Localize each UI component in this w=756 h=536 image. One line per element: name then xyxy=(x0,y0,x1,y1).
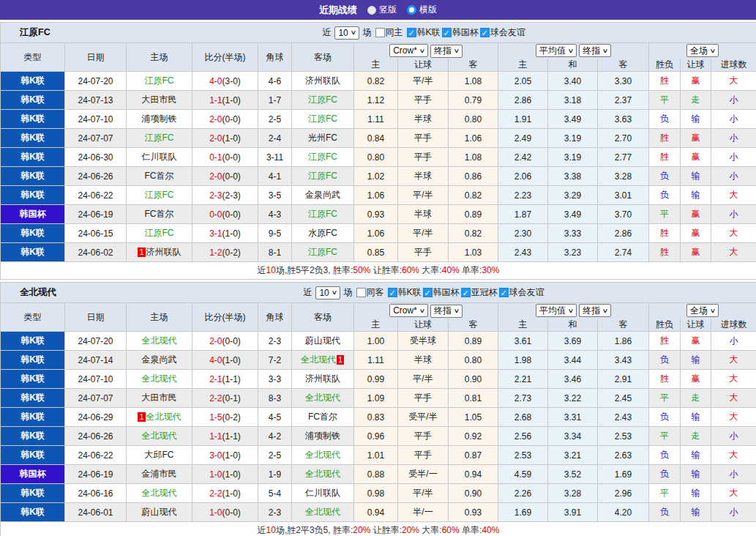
odds-source-select[interactable]: Crow*∨ xyxy=(389,304,428,317)
home-team-cell: 1济州联队 xyxy=(127,243,192,262)
away-team-cell: 光州FC xyxy=(292,129,354,148)
team-name-link[interactable]: 江原FC xyxy=(308,94,337,105)
filter-checkbox-league[interactable]: ✓韩国杯 xyxy=(423,286,460,299)
team-name-link[interactable]: 金浦市民 xyxy=(142,469,177,479)
goals-result-cell: 小 xyxy=(711,129,756,148)
team-name-link[interactable]: 全北现代 xyxy=(142,431,177,441)
euro-time-select[interactable]: 终指∨ xyxy=(579,44,611,57)
team-name-link[interactable]: 大邱FC xyxy=(145,450,174,460)
checkbox-checked-icon[interactable]: ✓ xyxy=(423,288,433,297)
team-history-table-jeonbuk: 全北现代 近 10∨ 场 同客 ✓韩K联✓韩国杯✓亚冠杯✓球会友谊 类型 xyxy=(0,282,756,536)
euro-time-select[interactable]: 终指∨ xyxy=(579,304,611,317)
home-team-cell: 全北现代 xyxy=(127,427,192,446)
euro-source-select[interactable]: 平均值∨ xyxy=(536,304,577,317)
team-name-link[interactable]: 江原FC xyxy=(308,209,337,219)
fulltime-score: 2-0 xyxy=(209,133,222,144)
filter-checkbox-league[interactable]: ✓亚冠杯 xyxy=(461,286,498,299)
asian-home-odds-cell: 0.88 xyxy=(354,465,398,484)
team-name-link[interactable]: 全北现代 xyxy=(142,373,177,384)
team-name-link[interactable]: 浦项制铁 xyxy=(305,431,340,441)
layout-radio-horizontal[interactable]: 横版 xyxy=(407,4,437,16)
team-name-link[interactable]: 济州联队 xyxy=(146,247,181,257)
match-row: 韩国杯24-06-19金浦市民1-0(1-0)1-9全北现代0.88受半/一0.… xyxy=(1,465,756,484)
checkbox-checked-icon[interactable]: ✓ xyxy=(461,288,471,297)
team-name-link[interactable]: 江原FC xyxy=(145,75,174,86)
league-checkbox-group: ✓韩K联✓韩国杯✓球会友谊 xyxy=(407,26,525,39)
checkbox-same-venue[interactable]: 同客 xyxy=(356,286,384,299)
team-name-link[interactable]: 光州FC xyxy=(308,133,337,143)
team-name-link[interactable]: 浦项制铁 xyxy=(142,113,177,124)
euro-draw-odds-cell: 3.34 xyxy=(548,427,598,446)
team-name-link[interactable]: 江原FC xyxy=(145,228,174,238)
radio-icon[interactable] xyxy=(367,6,376,15)
team-name-link[interactable]: 蔚山现代 xyxy=(142,507,177,517)
team-name-link[interactable]: 全北现代 xyxy=(305,392,340,403)
team-name-link[interactable]: 仁川联队 xyxy=(305,488,340,498)
team-name-link[interactable]: 江原FC xyxy=(145,133,174,143)
filter-checkbox-league[interactable]: ✓球会友谊 xyxy=(499,286,544,299)
odds-time-select[interactable]: 终指∨ xyxy=(430,305,463,318)
layout-radio-vertical[interactable]: 竖版 xyxy=(367,4,397,16)
filter-checkbox-league[interactable]: ✓韩K联 xyxy=(388,286,422,299)
checkbox-checked-icon[interactable]: ✓ xyxy=(388,288,397,297)
team-name-link[interactable]: 江原FC xyxy=(308,247,337,257)
date-cell: 24-06-29 xyxy=(65,408,127,427)
match-count-select[interactable]: 10∨ xyxy=(334,26,359,40)
team-name-link[interactable]: 全北现代 xyxy=(301,354,336,365)
subheader-euro-home: 主 xyxy=(498,319,548,332)
euro-draw-odds-cell: 3.29 xyxy=(548,186,598,205)
team-name-link[interactable]: 金泉尚武 xyxy=(142,354,177,365)
match-count-select[interactable]: 10∨ xyxy=(315,286,340,299)
home-team-cell: 大田市民 xyxy=(127,91,192,110)
scope-select[interactable]: 全场∨ xyxy=(686,304,719,317)
halftime-score: (0-0) xyxy=(222,507,241,518)
team-name-link[interactable]: 全北现代 xyxy=(142,488,177,498)
euro-home-odds-cell: 2.73 xyxy=(498,389,548,408)
asian-home-odds-cell: 0.84 xyxy=(354,129,398,148)
team-name-link[interactable]: 江原FC xyxy=(308,152,337,162)
checkbox-checked-icon[interactable]: ✓ xyxy=(407,28,416,37)
summary-stat-value: 60% xyxy=(402,265,419,275)
team-name-link[interactable]: 济州联队 xyxy=(305,75,340,86)
match-result-cell: 负 xyxy=(649,408,681,427)
team-name-link[interactable]: 江原FC xyxy=(308,113,337,124)
team-name-link[interactable]: 江原FC xyxy=(145,190,174,200)
team-name-link[interactable]: 江原FC xyxy=(308,171,337,181)
team-name-link[interactable]: 济州联队 xyxy=(305,373,340,384)
team-name-link[interactable]: 水原FC xyxy=(308,228,337,238)
team-name-link[interactable]: 全北现代 xyxy=(305,450,340,460)
corner-cell: 9-5 xyxy=(258,224,292,243)
team-name-link[interactable]: 大田市民 xyxy=(142,94,177,105)
checkbox-checked-icon[interactable]: ✓ xyxy=(480,28,490,37)
handicap-result-cell: 走 xyxy=(681,389,711,408)
team-name-link[interactable]: 蔚山现代 xyxy=(305,335,340,346)
filter-checkbox-league[interactable]: ✓球会友谊 xyxy=(480,26,525,39)
radio-checked-icon[interactable] xyxy=(407,5,416,15)
checkbox-icon[interactable] xyxy=(356,288,366,297)
fulltime-score: 1-0 xyxy=(209,507,222,518)
goals-result-cell: 小 xyxy=(711,332,756,351)
scope-select[interactable]: 全场∨ xyxy=(686,44,719,57)
team-name-link[interactable]: 大田市民 xyxy=(142,392,177,403)
checkbox-same-venue[interactable]: 同主 xyxy=(375,26,403,39)
summary-row: 近10场,胜2平3负5, 胜率:20% 让胜率:20% 大率:60% 单率:40… xyxy=(1,522,756,536)
team-name-link[interactable]: 全北现代 xyxy=(142,335,177,346)
checkbox-icon[interactable] xyxy=(375,28,385,37)
team-name-link[interactable]: 全北现代 xyxy=(305,469,340,479)
team-name-link[interactable]: FC首尔 xyxy=(308,412,337,422)
filter-checkbox-league[interactable]: ✓韩国杯 xyxy=(442,26,479,39)
odds-source-select[interactable]: Crow*∨ xyxy=(389,44,428,57)
team-name-link[interactable]: 金泉尚武 xyxy=(305,190,340,200)
filter-checkbox-league[interactable]: ✓韩K联 xyxy=(407,26,441,39)
summary-stat-value: 20% xyxy=(353,525,370,535)
odds-time-select[interactable]: 终指∨ xyxy=(430,45,463,58)
checkbox-checked-icon[interactable]: ✓ xyxy=(499,288,509,297)
team-name-link[interactable]: 全北现代 xyxy=(305,507,340,517)
goals-result-cell: 大 xyxy=(711,186,756,205)
team-name-link[interactable]: FC首尔 xyxy=(145,209,174,219)
checkbox-checked-icon[interactable]: ✓ xyxy=(442,28,452,37)
team-name-link[interactable]: 仁川联队 xyxy=(142,152,177,162)
team-name-link[interactable]: FC首尔 xyxy=(145,171,174,181)
euro-source-select[interactable]: 平均值∨ xyxy=(536,44,577,57)
team-name-link[interactable]: 全北现代 xyxy=(146,412,181,422)
